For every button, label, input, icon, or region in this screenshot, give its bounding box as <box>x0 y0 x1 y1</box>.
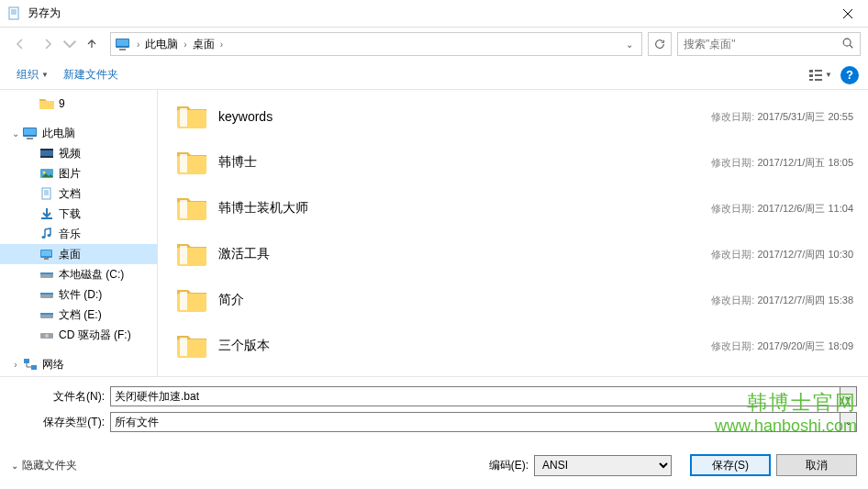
recent-dropdown[interactable] <box>62 32 77 56</box>
file-date: 修改日期: 2017/12/7/周四 10:30 <box>711 248 853 261</box>
toolbar: 组织▼ 新建文件夹 ▼ ? <box>0 61 868 90</box>
sidebar-item-0[interactable]: ›9 <box>0 94 157 114</box>
svg-rect-34 <box>41 250 51 256</box>
svg-point-44 <box>50 316 52 317</box>
footer: ⌄ 隐藏文件夹 编码(E): ANSI 保存(S) 取消 <box>0 447 868 483</box>
refresh-button[interactable] <box>648 32 672 56</box>
svg-rect-51 <box>180 108 187 127</box>
file-row[interactable]: 简介修改日期: 2017/12/7/周四 15:38 <box>158 277 868 323</box>
sidebar-item-6[interactable]: ›下载 <box>0 204 157 224</box>
search-input[interactable] <box>684 38 841 50</box>
folder-icon <box>174 237 209 272</box>
svg-rect-43 <box>40 313 53 315</box>
chevron-down-icon: ⌄ <box>11 461 18 471</box>
sidebar-item-3[interactable]: ›视频 <box>0 143 157 163</box>
video-icon <box>39 146 55 161</box>
close-button[interactable] <box>827 0 868 28</box>
file-name: 激活工具 <box>218 246 711 262</box>
folder-icon <box>39 96 55 111</box>
sidebar-item-label: CD 驱动器 (F:) <box>59 328 131 343</box>
downloads-icon <box>39 206 55 221</box>
file-row[interactable]: 激活工具修改日期: 2017/12/7/周四 10:30 <box>158 231 868 277</box>
file-name: keywords <box>218 109 711 124</box>
svg-rect-23 <box>40 156 53 158</box>
sidebar-item-14[interactable]: ›网络 <box>0 354 157 374</box>
sidebar-item-4[interactable]: ›图片 <box>0 163 157 183</box>
file-row[interactable]: 韩博士修改日期: 2017/12/1/周五 18:05 <box>158 139 868 185</box>
svg-rect-11 <box>809 70 813 72</box>
sidebar-item-label: 文档 (E:) <box>59 307 102 323</box>
view-mode-button[interactable]: ▼ <box>807 64 833 86</box>
drive-icon <box>39 307 55 322</box>
forward-button[interactable] <box>35 32 61 56</box>
documents-icon <box>39 186 55 201</box>
organize-menu[interactable]: 组织▼ <box>9 63 56 86</box>
breadcrumb-separator: › <box>218 39 225 50</box>
address-bar[interactable]: › 此电脑 › 桌面 › ⌄ <box>110 32 642 56</box>
window-title: 另存为 <box>28 6 827 21</box>
svg-rect-26 <box>42 188 50 199</box>
search-icon[interactable] <box>841 37 854 52</box>
sidebar-item-8[interactable]: ›桌面 <box>0 244 157 264</box>
sidebar-item-12[interactable]: ›CD 驱动器 (F:) <box>0 325 157 345</box>
search-box[interactable] <box>677 32 861 56</box>
save-button[interactable]: 保存(S) <box>690 454 771 476</box>
file-row[interactable]: keywords修改日期: 2017/5/31/周三 20:55 <box>158 94 868 139</box>
address-dropdown[interactable]: ⌄ <box>621 39 638 50</box>
breadcrumb-separator: › <box>135 39 141 50</box>
pc-icon <box>115 37 131 51</box>
savetype-input[interactable] <box>110 412 840 432</box>
svg-rect-8 <box>119 49 126 50</box>
file-name: 韩博士 <box>218 154 711 171</box>
svg-line-10 <box>850 45 852 48</box>
sidebar-item-label: 视频 <box>59 146 81 161</box>
sidebar-item-11[interactable]: ›文档 (E:) <box>0 305 157 325</box>
sidebar[interactable]: ›9⌄此电脑›视频›图片›文档›下载›音乐›桌面›本地磁盘 (C:)›软件 (D… <box>0 90 158 376</box>
sidebar-item-2[interactable]: ⌄此电脑 <box>0 123 157 143</box>
svg-point-47 <box>46 335 47 336</box>
breadcrumb-separator: › <box>182 39 188 50</box>
breadcrumb-pc[interactable]: 此电脑 <box>141 37 182 52</box>
svg-rect-22 <box>40 149 53 150</box>
file-row[interactable]: 韩博士装机大师修改日期: 2017/12/6/周三 11:04 <box>158 185 868 231</box>
file-name: 三个版本 <box>218 338 711 354</box>
cd-icon <box>39 328 55 342</box>
sidebar-item-9[interactable]: ›本地磁盘 (C:) <box>0 264 157 284</box>
new-folder-button[interactable]: 新建文件夹 <box>56 63 126 86</box>
help-button[interactable]: ? <box>840 66 859 84</box>
encoding-select[interactable]: ANSI <box>534 455 672 476</box>
svg-point-25 <box>43 172 46 174</box>
svg-rect-20 <box>27 138 33 139</box>
hide-folders-toggle[interactable]: ⌄ 隐藏文件夹 <box>11 458 77 473</box>
filename-input[interactable] <box>110 386 840 406</box>
expand-icon[interactable]: ⌄ <box>9 128 22 139</box>
expand-icon[interactable]: › <box>9 360 22 370</box>
navbar: › 此电脑 › 桌面 › ⌄ <box>0 28 868 61</box>
sidebar-item-7[interactable]: ›音乐 <box>0 224 157 244</box>
filename-dropdown[interactable]: ⌄ <box>840 386 857 406</box>
sidebar-item-label: 图片 <box>59 166 81 182</box>
breadcrumb-desktop[interactable]: 桌面 <box>189 37 218 52</box>
up-button[interactable] <box>79 32 105 56</box>
savetype-dropdown[interactable]: ⌄ <box>840 412 857 432</box>
cancel-button[interactable]: 取消 <box>776 454 857 476</box>
sidebar-item-5[interactable]: ›文档 <box>0 183 157 204</box>
filename-label: 文件名(N): <box>0 389 110 405</box>
sidebar-item-label: 此电脑 <box>42 126 75 141</box>
sidebar-item-label: 文档 <box>59 186 81 202</box>
sidebar-item-10[interactable]: ›软件 (D:) <box>0 284 157 305</box>
svg-rect-53 <box>180 154 187 172</box>
file-row[interactable]: 三个版本修改日期: 2017/9/20/周三 18:09 <box>158 323 868 369</box>
sidebar-item-label: 9 <box>59 97 65 110</box>
folder-icon <box>174 328 209 363</box>
file-date: 修改日期: 2017/12/7/周四 15:38 <box>711 294 853 307</box>
pc-icon <box>22 126 39 140</box>
pictures-icon <box>39 166 55 181</box>
svg-rect-59 <box>180 292 187 310</box>
main-area: ›9⌄此电脑›视频›图片›文档›下载›音乐›桌面›本地磁盘 (C:)›软件 (D… <box>0 90 868 376</box>
back-button[interactable] <box>7 32 33 56</box>
titlebar: 另存为 <box>0 0 868 28</box>
svg-rect-49 <box>31 365 37 370</box>
svg-rect-7 <box>117 39 128 46</box>
file-list[interactable]: keywords修改日期: 2017/5/31/周三 20:55韩博士修改日期:… <box>158 90 868 376</box>
